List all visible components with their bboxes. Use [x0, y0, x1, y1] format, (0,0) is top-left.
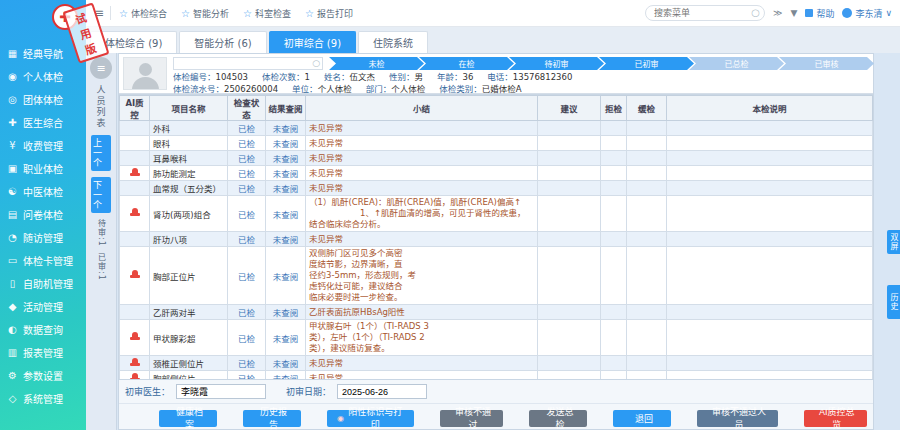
sidebar-item[interactable]: ⚙ 参数设置 — [0, 364, 86, 387]
defer-cell — [627, 356, 667, 371]
quicklink-label: 报告打印 — [317, 7, 353, 20]
quicklink[interactable]: ☆ 科室检查 — [243, 7, 291, 20]
sidebar-item[interactable]: ◆ 活动管理 — [0, 295, 86, 318]
avatar-head-shape — [139, 63, 152, 76]
action-button[interactable]: AI质控总览 — [804, 410, 867, 427]
sidebar-item[interactable]: ◇ 系统管理 — [0, 387, 86, 410]
item-name-cell: 耳鼻喉科 — [150, 151, 228, 166]
action-button[interactable]: 退回 — [613, 410, 671, 427]
rail-stat: 待审:1 — [96, 219, 107, 247]
quicklinks: ☆ 体检综合 ☆ 智能分析 ☆ 科室检查 ☆ 报告打印 — [119, 7, 367, 20]
table-row[interactable]: 乙肝两对半 已检 未查阅 乙肝表面抗原HBsAg阳性 — [120, 305, 873, 320]
side-tab-dual-screen[interactable]: 双屏 — [887, 230, 900, 254]
action-button[interactable]: ◉阳性标识与打印 — [327, 410, 414, 427]
menu-search-input[interactable] — [645, 5, 765, 21]
table-row[interactable]: 血常规（五分类） 已检 未查阅 未见异常 — [120, 181, 873, 196]
action-button[interactable]: 发送总检 — [529, 410, 587, 427]
sidebar-item-icon: ▦ — [7, 48, 18, 59]
workspace-tab[interactable]: 初审综合 (9) — [269, 31, 356, 53]
sidebar-item-icon: ▭ — [7, 255, 18, 266]
item-name-cell: 肺功能测定 — [150, 166, 228, 181]
summary-cell: 未见异常 — [309, 123, 343, 133]
patient-search-input[interactable] — [173, 57, 323, 70]
sidebar-item-icon: ☯ — [7, 186, 18, 197]
sidebar-item-label: 职业体检 — [23, 161, 63, 176]
sidebar-item[interactable]: ▭ 体检卡管理 — [0, 249, 86, 272]
dropdown-icon[interactable]: ▼ — [790, 8, 797, 18]
workspace-tab[interactable]: 智能分析 (6) — [179, 31, 266, 53]
expand-icon[interactable]: ≫ — [773, 8, 782, 18]
table-row[interactable]: 甲状腺彩超 已检 未查阅 甲状腺右叶（1个）（TI-RADS 3 类），左叶（1… — [120, 320, 873, 356]
sidebar-item[interactable]: ◉ 个人体检 — [0, 65, 86, 88]
sidebar-item[interactable]: ▯ 自助机管理 — [0, 272, 86, 295]
defer-cell — [627, 181, 667, 196]
action-button[interactable]: 健康档案 — [159, 410, 217, 427]
help-button[interactable]: 帮助 — [805, 7, 834, 20]
side-tab-history[interactable]: 历史 — [887, 285, 900, 319]
prev-person-button[interactable]: 上一个 — [91, 135, 111, 171]
date-input[interactable] — [337, 384, 427, 399]
tab-label: 体检综合 (9) — [105, 35, 162, 50]
next-person-button[interactable]: 下一个 — [91, 177, 111, 213]
column-header: 结果查阅 — [266, 96, 306, 121]
table-row[interactable]: 耳鼻喉科 已检 未查阅 未见异常 — [120, 151, 873, 166]
patient-field-label: 部门： — [366, 84, 392, 94]
workspace-tab[interactable]: 住院系统 — [358, 31, 428, 53]
action-button[interactable]: 审核不通过人员 — [697, 410, 777, 427]
tab-label: 智能分析 (6) — [194, 35, 251, 50]
action-button[interactable]: 历史报告 — [243, 410, 301, 427]
patient-field: 年龄：36 — [437, 70, 473, 82]
user-menu[interactable]: 李东清 ∨ — [842, 7, 892, 20]
table-row[interactable]: 肾功(两项)组合 已检 未查阅 （1）肌酐(CREA)：肌酐(CREA)值，肌酐… — [120, 196, 873, 232]
note-cell — [667, 181, 873, 196]
summary-cell: 双侧肺门区可见多个高密 度结节影，边界清晰，直 径约3-5mm，形态规则，考 虑… — [309, 248, 416, 302]
sidebar-item[interactable]: ✚ 医生综合 — [0, 111, 86, 134]
status-step: 在检 — [419, 57, 514, 70]
person-list-title: 人员列表 — [95, 85, 108, 129]
app-window: ✚ 试用版 ▦ 经典导航 ◉ 个人体检 ◎ 团体体检 — [0, 0, 900, 430]
table-row[interactable]: 肺功能测定 已检 未查阅 未见异常 — [120, 166, 873, 181]
item-name-cell: 甲状腺彩超 — [150, 320, 228, 356]
table-row[interactable]: 眼科 已检 未查阅 未见异常 — [120, 136, 873, 151]
sidebar-item-label: 随访管理 — [23, 230, 63, 245]
action-button[interactable]: 审核不通过 — [440, 410, 504, 427]
quicklink[interactable]: ☆ 体检综合 — [119, 7, 167, 20]
status-step-label: 在检 — [459, 58, 475, 69]
column-header: 拒检 — [601, 96, 627, 121]
table-row[interactable]: 胸部侧位片 已检 未查阅 未见异常 — [120, 371, 873, 380]
quicklink[interactable]: ☆ 智能分析 — [181, 7, 229, 20]
sidebar-item[interactable]: ◎ 团体体检 — [0, 88, 86, 111]
refuse-cell — [601, 232, 627, 247]
quicklink-label: 体检综合 — [131, 7, 167, 20]
column-header: 缓检 — [627, 96, 667, 121]
exam-status-cell: 已检 — [238, 124, 255, 134]
sidebar-item[interactable]: ▣ 职业体检 — [0, 157, 86, 180]
sidebar-item-label: 系统管理 — [23, 391, 63, 406]
refuse-cell — [601, 196, 627, 232]
sidebar-item-label: 问卷体检 — [23, 207, 63, 222]
review-status-cell: 未查阅 — [273, 124, 299, 134]
quicklink[interactable]: ☆ 报告打印 — [305, 7, 353, 20]
patient-field-value: 13576812360 — [513, 72, 573, 82]
collapse-toggle-icon[interactable]: ≡ — [90, 57, 112, 79]
ai-alarm-icon — [130, 208, 140, 217]
sidebar-item[interactable]: ☯ 中医体检 — [0, 180, 86, 203]
status-step-label: 已总检 — [725, 58, 749, 69]
sidebar-item[interactable]: ◔ 随访管理 — [0, 226, 86, 249]
ai-alarm-icon — [130, 373, 140, 380]
sidebar-item[interactable]: ¥ 收费管理 — [0, 134, 86, 157]
sidebar-item[interactable]: ▤ 问卷体检 — [0, 203, 86, 226]
table-row[interactable]: 肝功八项 已检 未查阅 未见异常 — [120, 232, 873, 247]
sidebar-item[interactable]: ▥ 报表管理 — [0, 341, 86, 364]
defer-cell — [627, 371, 667, 380]
doctor-input[interactable] — [176, 384, 266, 399]
defer-cell — [627, 196, 667, 232]
table-row[interactable]: 颈椎正侧位片 已检 未查阅 未见异常 — [120, 356, 873, 371]
column-header: 检查状态 — [228, 96, 266, 121]
table-row[interactable]: 外科 已检 未查阅 未见异常 — [120, 121, 873, 136]
exam-status-cell: 已检 — [238, 210, 255, 220]
table-row[interactable]: 胸部正位片 已检 未查阅 双侧肺门区可见多个高密 度结节影，边界清晰，直 径约3… — [120, 247, 873, 305]
sidebar-item[interactable]: ◐ 数据查询 — [0, 318, 86, 341]
logo-area: ✚ 试用版 — [0, 0, 86, 36]
sidebar-item-label: 经典导航 — [23, 46, 63, 61]
